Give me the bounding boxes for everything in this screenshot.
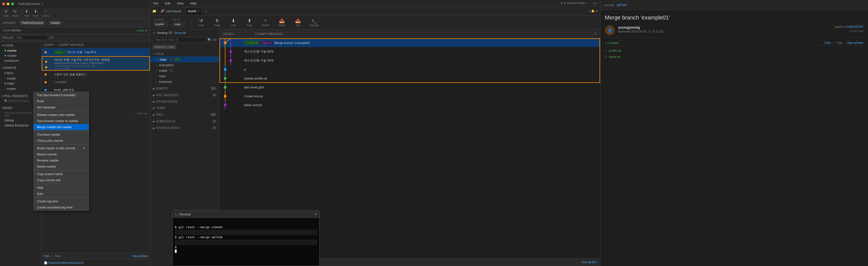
minimize-button[interactable] (7, 2, 9, 5)
tree-toggle-left[interactable]: Tree (55, 255, 60, 258)
path-toggle-right[interactable]: Path (825, 41, 831, 45)
sidebar-item-marble[interactable]: marble (0, 48, 41, 53)
main-commit-row-4[interactable]: d (220, 65, 600, 74)
local-nav-header[interactable]: ▾LOCAL (150, 51, 219, 56)
ctx-fastforward[interactable]: Fast-forward master to marble (34, 118, 89, 124)
submodules-nav-header[interactable]: ▶SUBMODULES 0 (150, 118, 219, 124)
ctx-rename[interactable]: Rename marble (34, 157, 89, 164)
branch-button[interactable]: ⑂ (44, 9, 48, 14)
tab-launchpad[interactable]: 🚀 Launchpad (158, 7, 184, 15)
menu-edit[interactable]: Edit (164, 1, 172, 5)
repo-name[interactable]: TheFirstCommit (20, 21, 45, 25)
menu-view[interactable]: View (176, 1, 185, 5)
main-commit-row-8[interactable]: Initial commit (220, 100, 600, 110)
stash-btn[interactable]: 📥 Stash (275, 17, 289, 28)
ctx-hide[interactable]: Hide (34, 184, 89, 191)
ctx-upstream[interactable]: Set Upstream (34, 104, 89, 110)
folder-icon[interactable]: 📁 (152, 9, 156, 13)
commit-row-3[interactable]: 사원의 모든 점을 병합하기 (42, 70, 150, 78)
sidebar-item-m1z[interactable]: ▾ M1/z (0, 70, 41, 76)
main-commit-row-6[interactable]: add email.gitid (220, 83, 600, 92)
ctx-solo[interactable]: Solo (34, 191, 89, 197)
commit-row-1[interactable]: master ✓ 테스트 진행, 구슬 50개 (42, 48, 150, 56)
view-all-files-left[interactable]: View all files (132, 255, 148, 258)
commit-row-2[interactable]: 테스트 진행, 구슬 8개, 나뭇가지 4개 - 한탕음 Merge remot… (42, 56, 150, 70)
undo-btn[interactable]: ↺ Undo (194, 17, 208, 28)
terminal-body[interactable]: $ git reset --merge c1b4d4 $ git reset -… (173, 218, 319, 266)
tab-close-test44[interactable]: ✕ (197, 9, 199, 12)
ctx-delete[interactable]: Delete marble (34, 164, 89, 170)
show-all-btn[interactable]: Show All (174, 31, 186, 34)
ctx-pull[interactable]: Pull (fast-forward if possible) (34, 92, 89, 98)
actions-nav-header[interactable]: ▶GITHUB ACTIONS 0 (150, 125, 219, 130)
pr-nav-header[interactable]: ▶PULL REQUESTS 0 (150, 92, 219, 98)
pop-btn[interactable]: 📤 Pop (291, 17, 305, 28)
redo-btn[interactable]: ↻ Redo (210, 17, 224, 28)
branch-selector[interactable]: main ▾ (172, 21, 185, 27)
branch-btn[interactable]: ⑂ Branch (259, 17, 273, 28)
repo-selector[interactable]: test44 ▾ (153, 21, 168, 27)
changed-file[interactable]: 📄 4.branchAndMergeQuests.txt (42, 259, 150, 266)
tabbar: 📁 🚀 Launchpad test44 ✕ + ▾ 🔔 ⚙ (150, 7, 600, 16)
branch-toggle[interactable]: BRANCH / TAG (152, 45, 176, 49)
sidebar-item-treebranch[interactable]: treebranch (0, 58, 41, 63)
ctx-push[interactable]: Push (34, 98, 89, 104)
stash-icon: 📥 (279, 18, 285, 23)
sidebar-item-origin-master[interactable]: master (0, 86, 41, 91)
node-1 (44, 51, 47, 53)
nav-item-treebrach[interactable]: ⑂ treebrach (150, 79, 219, 85)
sidebar-item-master-remote[interactable]: master (0, 76, 41, 81)
push-btn[interactable]: ⬆ Push (243, 17, 256, 28)
teams-nav-header[interactable]: ▶TEAMS (150, 105, 219, 111)
undo-button[interactable]: ↺ (3, 9, 9, 14)
view-all-files-mid[interactable]: View all files (582, 261, 597, 264)
ctx-copy-branch[interactable]: Copy branch name (34, 171, 89, 177)
ctx-create-tag[interactable]: Create tag here (34, 198, 89, 204)
pull-button[interactable]: ⬇ (24, 9, 29, 14)
terminal-close-btn[interactable]: ✕ (314, 212, 317, 216)
sidebar-item-origin[interactable]: ▾ origin (0, 81, 41, 86)
tags-nav-header[interactable]: ▶TAGS 0/0 (150, 112, 219, 117)
remote-nav-header[interactable]: ▶REMOTE 3/3 (150, 86, 219, 91)
path-toggle-left[interactable]: Path (44, 255, 50, 258)
sidebar-item-master[interactable]: master (0, 53, 41, 58)
main-commit-row-1[interactable]: ✓ main 🖥 mable 🖥 Merge branch 'example01… (220, 38, 600, 47)
file-row-profile[interactable]: + profile.txt (605, 48, 864, 53)
ctx-rebase[interactable]: Rebase master onto marble (34, 112, 89, 118)
push-button[interactable]: ⬆ (33, 9, 38, 14)
branch-name[interactable]: master (49, 21, 62, 25)
graph-svg-6 (220, 83, 242, 92)
view-all-right[interactable]: View all files (847, 41, 864, 45)
ctx-merge[interactable]: Merge marble into master (34, 124, 89, 130)
nav-item-mable[interactable]: ⑂ mable 🖥 (150, 68, 219, 73)
main-commit-row-2[interactable]: 캐스트진행 구슬 50개 (220, 47, 600, 56)
issues-nav-header[interactable]: ▶GITHUB ISSUES (150, 99, 219, 104)
redo-button[interactable]: ↻ (12, 9, 18, 14)
ctx-reset[interactable]: Reset master to this commit ▶ (34, 145, 89, 151)
settings-icon[interactable]: ⚙ (594, 32, 597, 36)
main-commit-row-3[interactable]: 캐스트진행 구슬 30개 (220, 56, 600, 65)
ctx-copy-sha[interactable]: Copy commit sha (34, 177, 89, 183)
ctx-revert[interactable]: Revert commit (34, 151, 89, 157)
nav-item-example01[interactable]: ⑂ example01 (150, 62, 219, 68)
main-commit-row-5[interactable]: Update profile.txt (220, 74, 600, 83)
tab-add-button[interactable]: + (204, 9, 208, 13)
nav-item-main2[interactable]: ⑂ main (150, 73, 219, 79)
tree-toggle-right[interactable]: Tree (836, 41, 842, 45)
ctx-annotated-tag[interactable]: Create annotated tag here (34, 204, 89, 210)
pull-btn[interactable]: ⬇ Pull (226, 17, 240, 28)
menu-file[interactable]: File (152, 1, 159, 5)
ctx-cherry-pick[interactable]: Cherry pick commit (34, 138, 89, 144)
middle-filter-input[interactable] (153, 37, 207, 42)
tab-test44[interactable]: test44 ✕ (185, 7, 203, 15)
ctx-checkout[interactable]: Checkout marble (34, 131, 89, 138)
commit-row-4[interactable]: 1 modified (42, 78, 150, 86)
main-commit-row-7[interactable]: Create test.py (220, 92, 600, 100)
filter-input[interactable] (14, 35, 48, 40)
close-button[interactable] (2, 2, 5, 5)
maximize-button[interactable] (11, 2, 14, 5)
file-row-quest[interactable]: + quest.txt (605, 54, 864, 59)
nav-item-main[interactable]: ✓ main 🖥 +1 (150, 56, 219, 62)
terminal-btn[interactable]: >_ Terminal (307, 17, 321, 28)
menu-help[interactable]: Help (189, 1, 197, 5)
